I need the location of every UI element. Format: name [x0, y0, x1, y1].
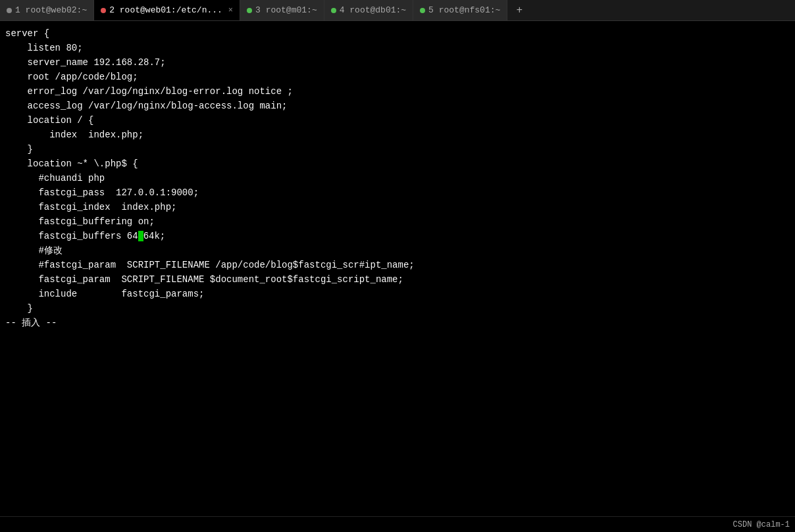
status-bar: CSDN @calm-1: [0, 516, 795, 532]
code-line-15: fastcgi_pass 127.0.0.1:9000;: [0, 185, 795, 200]
tab-label-2: 2 root@web01:/etc/n...: [109, 5, 222, 15]
tab-4[interactable]: 4 root@db01:~: [324, 0, 413, 20]
code-line-8: location / {: [0, 113, 795, 128]
tab-bar: 1 root@web02:~2 root@web01:/etc/n...×3 r…: [0, 0, 795, 21]
code-line-2: server_name 192.168.28.7;: [0, 55, 795, 70]
code-line-11: }: [0, 142, 795, 157]
code-line-5: error_log /var/log/nginx/blog-error.log …: [0, 84, 795, 99]
code-line-25: }: [0, 301, 795, 316]
code-line-9: index index.php;: [0, 128, 795, 142]
tab-dot-4: [331, 8, 336, 13]
code-content: server { listen 80; server_name 192.168.…: [0, 21, 795, 516]
tab-1[interactable]: 1 root@web02:~: [0, 0, 94, 20]
code-line-16: fastcgi_index index.php;: [0, 200, 795, 214]
tab-label-5: 5 root@nfs01:~: [428, 5, 500, 15]
tab-label-1: 1 root@web02:~: [15, 5, 87, 15]
tab-dot-3: [247, 8, 252, 13]
tab-dot-1: [7, 8, 12, 13]
code-line-6: access_log /var/log/nginx/blog-access.lo…: [0, 99, 795, 113]
tab-label-3: 3 root@m01:~: [255, 5, 317, 15]
tab-3[interactable]: 3 root@m01:~: [240, 0, 324, 20]
code-line-18: fastcgi_buffers 6464k;: [0, 229, 795, 243]
code-line-0: server {: [0, 26, 795, 41]
new-tab-button[interactable]: +: [510, 1, 528, 20]
tab-2[interactable]: 2 root@web01:/etc/n...×: [94, 0, 240, 20]
code-line-17: fastcgi_buffering on;: [0, 214, 795, 229]
code-line-26: -- 插入 --: [0, 316, 795, 330]
tab-close-2[interactable]: ×: [228, 6, 233, 15]
code-line-1: listen 80;: [0, 41, 795, 55]
code-line-3: root /app/code/blog;: [0, 70, 795, 84]
code-line-14: #chuandi php: [0, 171, 795, 185]
code-line-23: include fastcgi_params;: [0, 287, 795, 301]
code-line-19: #修改: [0, 243, 795, 258]
status-brand: CSDN @calm-1: [733, 520, 790, 529]
code-line-13: location ~* \.php$ {: [0, 157, 795, 171]
code-line-20: #fastcgi_param SCRIPT_FILENAME /app/code…: [0, 258, 795, 272]
tab-dot-5: [420, 8, 425, 13]
tab-dot-2: [101, 8, 106, 13]
cursor: [138, 231, 143, 241]
tab-label-4: 4 root@db01:~: [340, 5, 406, 15]
code-line-21: fastcgi_param SCRIPT_FILENAME $document_…: [0, 272, 795, 287]
tab-5[interactable]: 5 root@nfs01:~: [413, 0, 507, 20]
